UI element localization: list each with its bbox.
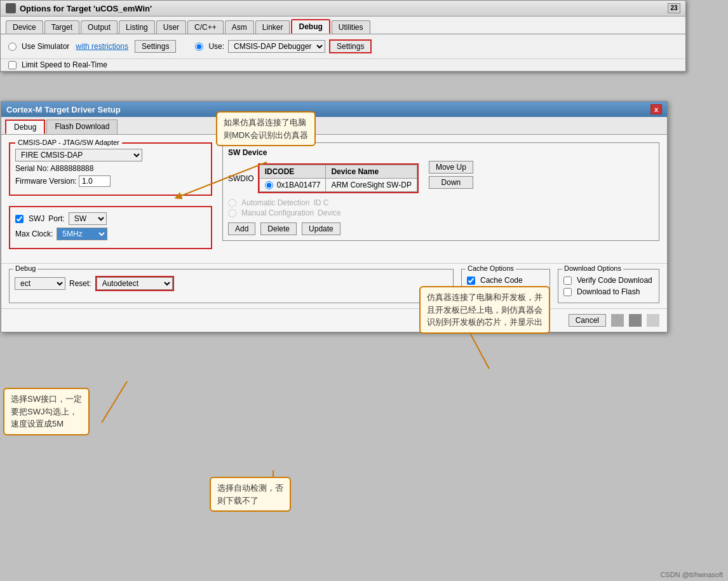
- firmware-input[interactable]: [79, 175, 111, 187]
- firmware-row: Firmware Version:: [15, 175, 206, 187]
- manual-config-label: Manual Configuration: [241, 208, 314, 217]
- tab-target[interactable]: Target: [44, 20, 79, 34]
- action-buttons: Add Delete Update: [228, 222, 419, 235]
- use-section: Use: CMSIS-DAP Debugger Settings: [195, 39, 372, 53]
- bubble-4: 选择自动检测，否 则下载不了: [210, 477, 291, 512]
- svg-line-2: [102, 381, 127, 423]
- reset-select-wrapper: Autodetect: [95, 276, 174, 291]
- cache-code-row: Cache Code: [467, 276, 544, 285]
- serial-value: A888888888: [50, 164, 93, 173]
- bubble-4-text: 选择自动检测，否 则下载不了: [217, 483, 283, 505]
- swdio-row: SWDIO IDCODE Device Name: [228, 163, 419, 193]
- limit-speed-label: Limit Speed to Real-Time: [22, 60, 107, 69]
- reset-row: Reset: Autodetect: [69, 276, 174, 291]
- add-button[interactable]: Add: [228, 222, 255, 235]
- tab-asm[interactable]: Asm: [225, 20, 254, 34]
- use-simulator-radio[interactable]: [8, 43, 17, 51]
- title-controls: 23: [668, 3, 680, 13]
- download-flash-row: Download to Flash: [563, 287, 654, 296]
- swj-checkbox[interactable]: [15, 215, 24, 223]
- maximize-button[interactable]: 23: [668, 3, 680, 13]
- verify-code-label: Verify Code Download: [577, 276, 652, 285]
- port-label: Port:: [48, 214, 64, 223]
- download-options-title: Download Options: [562, 264, 623, 272]
- debugger-select[interactable]: CMSIS-DAP Debugger: [228, 40, 325, 53]
- device-table: IDCODE Device Name: [259, 165, 417, 192]
- settings-button-1[interactable]: Settings: [135, 40, 176, 53]
- serial-row: Serial No: A888888888: [15, 164, 206, 173]
- manual-config-radio[interactable]: [228, 209, 236, 217]
- use-radio[interactable]: [195, 43, 203, 51]
- serial-label: Serial No:: [15, 164, 49, 173]
- verify-code-checkbox[interactable]: [563, 277, 572, 285]
- download-flash-label: Download to Flash: [577, 287, 640, 296]
- adapter-group-title: CMSIS-DAP - JTAG/SW Adapter: [15, 139, 122, 146]
- title-bar: Options for Target 'uCOS_emWin' 23: [1, 1, 685, 17]
- help-icon: [647, 314, 659, 327]
- reset-label: Reset:: [69, 279, 91, 288]
- device-name-cell: ARM CoreSight SW-DP: [326, 179, 417, 192]
- auto-detect-radio[interactable]: [228, 199, 236, 207]
- manual-config-row: Manual Configuration Device: [228, 208, 419, 217]
- limit-row: Limit Speed to Real-Time: [1, 59, 685, 71]
- bubble-2-text: 仿真器连接了电脑和开发板，并 且开发板已经上电，则仿真器会 识别到开发板的芯片，…: [427, 292, 543, 327]
- right-panel: SW Device SWDIO IDCODE: [222, 142, 659, 256]
- swdio-label: SWDIO: [228, 174, 254, 183]
- tab-device[interactable]: Device: [6, 20, 43, 34]
- idcode-cell: 0x1BA01477: [259, 179, 326, 192]
- tab-listing[interactable]: Listing: [119, 20, 155, 34]
- move-up-button[interactable]: Move Up: [429, 161, 473, 174]
- sw-device-box: SW Device SWDIO IDCODE: [222, 142, 659, 241]
- cortex-title-bar: Cortex-M Target Driver Setup x: [1, 102, 667, 117]
- id-label: ID C: [313, 198, 328, 207]
- adapter-select[interactable]: FIRE CMSIS-DAP: [15, 149, 142, 161]
- auto-detect-row: Automatic Detection ID C: [228, 198, 419, 207]
- cortex-tab-flash[interactable]: Flash Download: [46, 120, 118, 134]
- update-button[interactable]: Update: [302, 222, 340, 235]
- move-down-button[interactable]: Down: [429, 176, 473, 189]
- use-simulator-label: Use Simulator: [22, 42, 69, 51]
- swj-row: SWJ Port: SW: [15, 212, 206, 225]
- limit-speed-checkbox[interactable]: [8, 61, 17, 69]
- csdn-badge: CSDN @tt/hwnasoft: [660, 571, 723, 578]
- device-name-header: Device Name: [326, 165, 417, 179]
- settings-button-2[interactable]: Settings: [329, 39, 372, 53]
- main-window: Options for Target 'uCOS_emWin' 23 Devic…: [0, 0, 686, 72]
- cortex-tab-debug[interactable]: Debug: [5, 120, 45, 134]
- max-clock-label: Max Clock:: [15, 229, 53, 238]
- cortex-close-button[interactable]: x: [650, 104, 662, 114]
- tab-utilities[interactable]: Utilities: [332, 20, 370, 34]
- adapter-select-row: FIRE CMSIS-DAP: [15, 149, 206, 161]
- apply-icon: [629, 314, 642, 327]
- bubble-1-text: 如果仿真器连接了电脑 则MDK会识别出仿真器: [224, 118, 308, 140]
- tab-bar: Device Target Output Listing User C/C++ …: [1, 17, 685, 34]
- download-flash-checkbox[interactable]: [563, 288, 572, 296]
- swj-group: SWJ Port: SW Max Clock: 5MHz: [9, 206, 212, 249]
- cortex-tab-bar: Debug Flash Download: [1, 117, 667, 135]
- bottom-bar: Cancel: [1, 308, 667, 332]
- connect-select[interactable]: ect: [15, 277, 65, 290]
- connect-row: ect Reset: Autodetect: [15, 276, 448, 291]
- tab-debug[interactable]: Debug: [291, 19, 330, 34]
- verify-code-row: Verify Code Download: [563, 276, 654, 285]
- port-select[interactable]: SW: [69, 212, 107, 225]
- tab-output[interactable]: Output: [81, 20, 118, 34]
- download-options-group: Download Options Verify Code Download Do…: [558, 269, 659, 303]
- firmware-label: Firmware Version:: [15, 177, 77, 186]
- bubble-3: 选择SW接口，一定 要把SWJ勾选上， 速度设置成5M: [3, 388, 90, 435]
- cache-code-checkbox[interactable]: [467, 277, 475, 285]
- device-radio[interactable]: [265, 181, 273, 189]
- with-restrictions-link[interactable]: with restrictions: [76, 42, 128, 51]
- max-clock-select[interactable]: 5MHz: [57, 228, 107, 240]
- delete-button[interactable]: Delete: [260, 222, 297, 235]
- use-label: Use:: [208, 42, 224, 51]
- cache-code-label: Cache Code: [480, 276, 523, 285]
- bubble-2: 仿真器连接了电脑和开发板，并 且开发板已经上电，则仿真器会 识别到开发板的芯片，…: [419, 286, 550, 334]
- tab-cpp[interactable]: C/C++: [187, 20, 224, 34]
- tab-linker[interactable]: Linker: [255, 20, 290, 34]
- cortex-window: Cortex-M Target Driver Setup x Debug Fla…: [1, 101, 668, 332]
- clock-row: Max Clock: 5MHz: [15, 228, 206, 240]
- reset-select[interactable]: Autodetect: [97, 277, 173, 290]
- cancel-button[interactable]: Cancel: [569, 314, 606, 327]
- tab-user[interactable]: User: [156, 20, 186, 34]
